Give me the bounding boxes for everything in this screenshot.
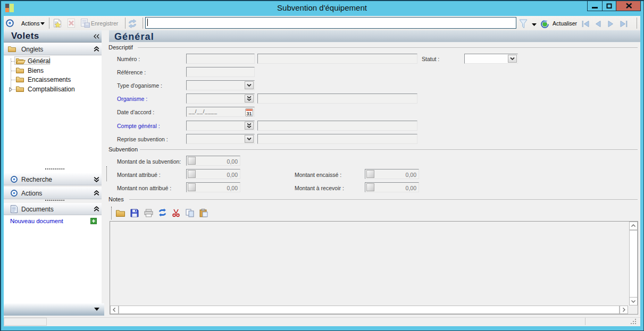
svg-text:31: 31 <box>246 111 252 116</box>
